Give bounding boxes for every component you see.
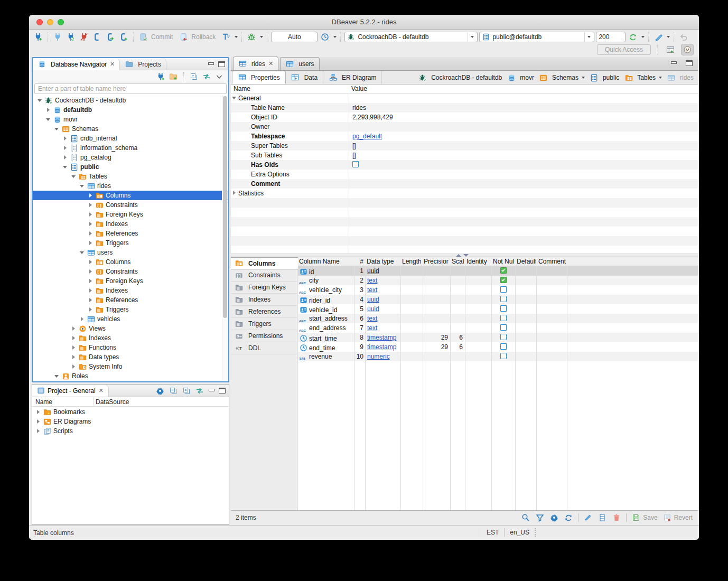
tree-item-rides[interactable]: rides: [33, 181, 228, 191]
dbeaver-perspective-icon[interactable]: [681, 44, 694, 55]
property-row-owner[interactable]: Owner: [231, 122, 698, 132]
project-item-er-diagrams[interactable]: ER Diagrams: [32, 417, 229, 426]
checkbox-checked-icon[interactable]: [500, 277, 507, 283]
scrollbar-thumb[interactable]: [223, 96, 227, 318]
editor-tab-users[interactable]: users: [280, 57, 319, 70]
breadcrumb-item-movr[interactable]: movr: [507, 73, 534, 82]
property-row-super-tables[interactable]: Super Tables[]: [231, 141, 698, 151]
property-row-statistics[interactable]: Statistics: [231, 189, 698, 198]
column-row-id[interactable]: id1uuid: [298, 266, 698, 276]
property-row-tablespace[interactable]: Tablespacepg_default: [231, 132, 698, 141]
collapse-arrow-icon[interactable]: [54, 126, 60, 132]
column-header-precision[interactable]: Precision: [424, 258, 449, 265]
collapse-arrow-icon[interactable]: [37, 97, 43, 104]
open-sql-console-icon[interactable]: [105, 32, 116, 42]
column-row-vehicle-city[interactable]: ABCvehicle_city3text: [298, 285, 698, 295]
property-row-sub-tables[interactable]: Sub Tables[]: [231, 151, 698, 160]
expand-arrow-icon[interactable]: [62, 154, 69, 161]
detail-tab-references[interactable]: References: [231, 306, 297, 318]
schema-combo[interactable]: public@defaultdb: [479, 32, 594, 42]
collapse-all-icon[interactable]: [169, 386, 178, 396]
view-menu-icon[interactable]: [214, 72, 224, 81]
tree-item-data-types[interactable]: Data types: [33, 352, 228, 362]
expand-arrow-icon[interactable]: [71, 344, 77, 351]
tab-projects[interactable]: Projects: [120, 58, 166, 70]
data-type-link[interactable]: uuid: [367, 296, 379, 303]
tree-item-constraints[interactable]: [ ]Constraints: [33, 200, 228, 210]
table-filter-input[interactable]: [34, 83, 227, 94]
collapse-arrow-icon[interactable]: [62, 164, 69, 170]
column-header-comment[interactable]: Comment: [538, 258, 566, 265]
column-divider[interactable]: [567, 257, 567, 510]
maximize-view-icon[interactable]: [686, 60, 693, 66]
data-type-link[interactable]: text: [367, 324, 377, 332]
open-perspective-icon[interactable]: [664, 44, 677, 55]
property-row-has-oids[interactable]: Has Oids: [231, 160, 698, 170]
data-type-link[interactable]: text: [367, 315, 377, 322]
property-row-general[interactable]: General: [231, 93, 698, 103]
collapse-arrow-icon[interactable]: [232, 96, 237, 101]
chevron-down-icon[interactable]: [659, 77, 662, 79]
chevron-down-icon[interactable]: [582, 77, 585, 79]
link-with-editor-icon[interactable]: [195, 386, 204, 396]
data-type-link[interactable]: text: [367, 277, 377, 284]
timezone-indicator[interactable]: EST: [487, 529, 499, 536]
expand-arrow-icon[interactable]: [62, 145, 69, 151]
property-row-extra-options[interactable]: Extra Options: [231, 170, 698, 179]
subtab-data[interactable]: Data: [286, 71, 323, 84]
column-divider[interactable]: [515, 257, 516, 510]
tree-item-defaultdb[interactable]: defaultdb: [33, 105, 228, 115]
column-row-rider-id[interactable]: rider_id4uuid: [298, 295, 698, 304]
maximize-view-icon[interactable]: [218, 61, 225, 67]
expand-all-icon[interactable]: [182, 386, 191, 396]
detail-tab-indexes[interactable]: Indexes: [231, 294, 297, 306]
titlebar[interactable]: DBeaver 5.2.2 - rides: [29, 15, 699, 30]
expand-arrow-icon[interactable]: [71, 363, 77, 370]
back-icon[interactable]: [678, 32, 689, 42]
expand-arrow-icon[interactable]: [35, 428, 42, 434]
checkbox-unchecked-icon[interactable]: [500, 286, 507, 293]
sql-editor-icon[interactable]: [91, 32, 103, 42]
expand-arrow-icon[interactable]: [88, 268, 94, 275]
detail-tab-constraints[interactable]: [ ]Constraints: [231, 269, 297, 282]
checkbox-unchecked-icon[interactable]: [352, 161, 359, 167]
transaction-log-icon[interactable]: [220, 32, 232, 42]
checkbox-unchecked-icon[interactable]: [500, 324, 507, 331]
column-row-revenue[interactable]: 123revenue10numeric: [298, 352, 698, 361]
collapse-all-icon[interactable]: [189, 72, 199, 81]
delete-icon[interactable]: [612, 513, 621, 522]
refresh-icon[interactable]: [627, 32, 639, 42]
tree-item-triggers[interactable]: Triggers: [33, 238, 228, 248]
new-connection-icon[interactable]: [156, 72, 165, 81]
new-folder-icon[interactable]: [169, 72, 178, 81]
property-row-object-id[interactable]: Object ID2,293,998,429: [231, 113, 698, 122]
column-header-datasource[interactable]: DataSource: [96, 398, 129, 406]
column-row-end-time[interactable]: end_time9timestamp296: [298, 342, 698, 352]
column-row-city[interactable]: ABCcity2text: [298, 276, 698, 285]
column-divider[interactable]: [423, 257, 423, 510]
tree-item-vehicles[interactable]: vehicles: [33, 314, 228, 324]
column-header-scale[interactable]: Scale: [452, 258, 464, 265]
detail-tab-triggers[interactable]: Triggers: [231, 318, 297, 330]
tree-item-references[interactable]: References: [33, 295, 228, 305]
splitter-sash[interactable]: [231, 254, 698, 257]
collapse-arrow-icon[interactable]: [79, 249, 86, 256]
close-icon[interactable]: ✕: [268, 60, 273, 67]
navigator-scrollbar[interactable]: [222, 96, 228, 380]
commit-mode-combo[interactable]: Auto: [271, 32, 318, 42]
expand-arrow-icon[interactable]: [79, 316, 86, 322]
checkbox-unchecked-icon[interactable]: [500, 343, 507, 350]
expand-arrow-icon[interactable]: [88, 297, 94, 303]
tree-item-constraints[interactable]: [ ]Constraints: [33, 267, 228, 276]
column-divider[interactable]: [94, 397, 94, 406]
quick-access-box[interactable]: Quick Access: [597, 44, 651, 55]
tree-item-movr[interactable]: movr: [33, 115, 228, 124]
dropdown-caret-icon[interactable]: [641, 36, 645, 38]
minimize-view-icon[interactable]: [208, 388, 215, 393]
new-connection-icon[interactable]: [32, 32, 44, 42]
expand-arrow-icon[interactable]: [88, 306, 94, 313]
checkbox-unchecked-icon[interactable]: [500, 315, 507, 321]
reconnect-icon[interactable]: [65, 32, 77, 42]
collapse-arrow-icon[interactable]: [79, 183, 86, 189]
tree-item-references[interactable]: References: [33, 229, 228, 238]
